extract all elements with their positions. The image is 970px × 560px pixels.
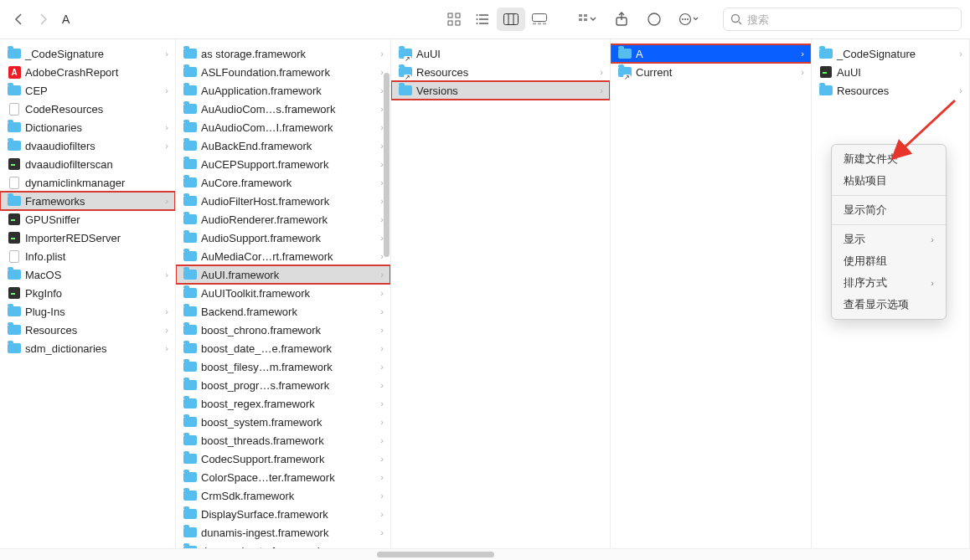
context-menu-item[interactable]: 使用群组 <box>832 250 946 272</box>
list-item[interactable]: AuCore.framework› <box>176 173 390 192</box>
group-icon <box>579 13 597 26</box>
horizontal-scrollbar-track[interactable] <box>0 548 970 560</box>
list-item[interactable]: AudioRenderer.framework› <box>176 210 390 229</box>
folder-icon <box>183 470 198 485</box>
nav-back-button[interactable] <box>8 9 28 29</box>
list-item[interactable]: boost_progr…s.framework› <box>176 376 390 394</box>
folder-icon <box>183 120 198 135</box>
list-item[interactable]: _CodeSignature› <box>812 44 969 63</box>
view-list-button[interactable] <box>468 8 497 31</box>
context-menu-item[interactable]: 粘贴项目 <box>832 170 946 192</box>
list-item[interactable]: ↗AuUI <box>391 44 610 63</box>
list-item[interactable]: _CodeSignature› <box>0 44 175 63</box>
list-item[interactable]: CodeResources <box>0 100 175 118</box>
list-item-label: dvaaudiofilters <box>25 140 95 152</box>
list-item[interactable]: Resources› <box>812 81 969 100</box>
list-item[interactable]: AuUI <box>812 63 969 81</box>
list-item[interactable]: Resources› <box>0 321 175 339</box>
list-item[interactable]: Plug-Ins› <box>0 302 175 321</box>
share-button[interactable] <box>607 8 636 31</box>
chevron-right-icon: › <box>380 104 384 114</box>
group-by-button[interactable] <box>574 8 602 31</box>
context-menu-item[interactable]: 显示简介 <box>832 199 946 221</box>
list-item[interactable]: dvaaccelerate.framework› <box>176 542 390 548</box>
folder-icon <box>7 341 22 356</box>
search-input[interactable] <box>747 13 954 26</box>
list-item[interactable]: ColorSpace…ter.framework› <box>176 468 390 486</box>
list-item[interactable]: Info.plist <box>0 247 175 265</box>
list-item[interactable]: MacOS› <box>0 265 175 284</box>
list-item-label: Info.plist <box>25 250 65 263</box>
folder-icon <box>7 120 22 135</box>
list-item[interactable]: AAdobeCrashReport <box>0 63 175 81</box>
list-item[interactable]: Frameworks› <box>0 192 175 210</box>
view-columns-button[interactable] <box>497 8 525 31</box>
list-item-label: boost_date_…e.framework <box>201 342 332 355</box>
folder-icon <box>183 285 198 301</box>
list-item[interactable]: AuAudioCom…I.framework› <box>176 118 390 136</box>
context-menu-item[interactable]: 排序方式› <box>832 272 946 294</box>
list-item[interactable]: Versions› <box>391 81 610 100</box>
folder-icon <box>7 83 22 98</box>
list-item[interactable]: boost_filesy…m.framework› <box>176 357 390 376</box>
tags-button[interactable] <box>641 8 669 31</box>
list-item[interactable]: AuUIToolkit.framework› <box>176 284 390 302</box>
chevron-right-icon: › <box>380 306 384 316</box>
list-item[interactable]: AuCEPSupport.framework› <box>176 155 390 173</box>
context-menu-item[interactable]: 显示› <box>832 229 946 250</box>
chevron-right-icon: › <box>380 380 384 390</box>
list-item[interactable]: ↗Resources› <box>391 63 610 81</box>
list-item[interactable]: boost_system.framework› <box>176 413 390 431</box>
actions-button[interactable] <box>674 8 703 31</box>
list-item[interactable]: dvaaudiofilterscan <box>0 155 175 173</box>
list-item-label: boost_threads.framework <box>201 434 324 447</box>
folder-icon <box>183 138 198 153</box>
list-item[interactable]: boost_threads.framework› <box>176 431 390 450</box>
context-menu-item[interactable]: 查看显示选项 <box>832 294 946 316</box>
search-box[interactable] <box>723 8 962 31</box>
view-mode-group <box>440 8 554 31</box>
exec-icon <box>7 212 22 227</box>
list-item[interactable]: GPUSniffer <box>0 210 175 229</box>
context-menu-item-label: 查看显示选项 <box>844 297 909 312</box>
list-item[interactable]: DisplaySurface.framework› <box>176 505 390 523</box>
exec-icon <box>7 157 22 172</box>
list-item[interactable]: as storage.framework› <box>176 44 390 63</box>
list-item[interactable]: AuUI.framework› <box>176 265 390 284</box>
list-item[interactable]: boost_regex.framework› <box>176 394 390 413</box>
list-item[interactable]: AudioFilterHost.framework› <box>176 192 390 210</box>
list-item-label: CrmSdk.framework <box>201 490 294 502</box>
list-item-label: AudioRenderer.framework <box>201 213 328 226</box>
list-item[interactable]: CodecSupport.framework› <box>176 450 390 468</box>
view-gallery-button[interactable] <box>525 8 554 31</box>
list-item[interactable]: dvaaudiofilters› <box>0 136 175 155</box>
horizontal-scrollbar-thumb[interactable] <box>377 552 494 557</box>
list-item[interactable]: dunamis-ingest.framework› <box>176 523 390 542</box>
list-item[interactable]: boost_date_…e.framework› <box>176 339 390 357</box>
folder-icon <box>7 322 22 337</box>
chevron-right-icon: › <box>380 509 384 519</box>
list-item[interactable]: Backend.framework› <box>176 302 390 321</box>
list-item[interactable]: AuBackEnd.framework› <box>176 136 390 155</box>
list-item[interactable]: ImporterREDServer <box>0 229 175 247</box>
list-item[interactable]: AuMediaCor…rt.framework› <box>176 247 390 265</box>
list-item[interactable]: AudioSupport.framework› <box>176 229 390 247</box>
list-item-label: boost_chrono.framework <box>201 324 321 337</box>
list-item[interactable]: sdm_dictionaries› <box>0 339 175 357</box>
list-item[interactable]: CEP› <box>0 81 175 100</box>
list-item[interactable]: PkgInfo <box>0 284 175 302</box>
folder-icon <box>183 322 198 337</box>
view-icons-button[interactable] <box>440 8 468 31</box>
list-item[interactable]: CrmSdk.framework› <box>176 486 390 505</box>
list-item[interactable]: boost_chrono.framework› <box>176 321 390 339</box>
context-menu-item[interactable]: 新建文件夹 <box>832 148 946 170</box>
list-item-label: AudioSupport.framework <box>201 232 321 244</box>
nav-forward-button[interactable] <box>34 9 54 29</box>
list-item[interactable]: A› <box>611 44 811 63</box>
list-item[interactable]: dynamiclinkmanager <box>0 173 175 192</box>
list-item[interactable]: ↗Current› <box>611 63 811 81</box>
list-item[interactable]: ASLFoundation.framework› <box>176 63 390 81</box>
list-item[interactable]: AuAudioCom…s.framework› <box>176 100 390 118</box>
list-item[interactable]: Dictionaries› <box>0 118 175 136</box>
list-item[interactable]: AuApplication.framework› <box>176 81 390 100</box>
